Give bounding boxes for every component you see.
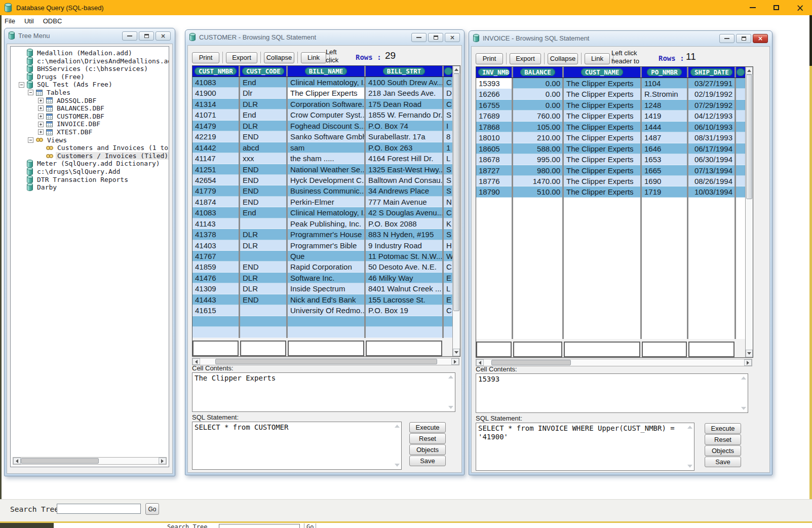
table-cell[interactable]: 41859 <box>192 261 240 272</box>
table-cell[interactable]: University Of Redmo... <box>288 305 366 316</box>
table-cell[interactable] <box>736 122 745 132</box>
table-cell[interactable]: END <box>240 261 288 272</box>
table-cell[interactable]: 41147 <box>192 153 240 164</box>
table-cell[interactable]: Programmer's House <box>288 229 366 240</box>
customer-window-titlebar[interactable]: CUSTOMER - Browsing SQL Statement × <box>185 30 464 45</box>
invoice-window-titlebar[interactable]: INVOICE - Browsing SQL Statement × <box>469 31 772 46</box>
column-header-pill[interactable] <box>444 67 452 75</box>
table-cell[interactable]: K <box>444 218 452 229</box>
column-header-pill[interactable] <box>737 68 745 76</box>
execute-button[interactable]: Execute <box>705 423 741 434</box>
table-row[interactable]: 41147xxxthe sham .....4164 Forest Hill D… <box>192 153 452 164</box>
table-cell[interactable]: 16266 <box>476 89 513 99</box>
table-cell[interactable]: DLR <box>240 273 288 283</box>
table-cell[interactable]: 41251 <box>192 164 240 175</box>
table-cell[interactable]: The Clipper Experts <box>564 89 642 99</box>
table-cell[interactable]: 9 Industry Road <box>366 240 444 251</box>
table-cell[interactable]: Software Inc. <box>288 273 366 283</box>
table-cell[interactable]: Hyck Development C... <box>288 175 366 185</box>
table-cell[interactable] <box>736 89 745 99</box>
cell-contents-box[interactable]: The Clipper Experts <box>192 372 455 412</box>
table-cell[interactable]: 34 Andrews Place <box>366 185 444 196</box>
table-cell[interactable]: END <box>240 131 288 142</box>
objects-button[interactable]: Objects <box>705 445 741 456</box>
table-row[interactable]: 41251ENDNational Weather Se...1325 East-… <box>192 164 452 175</box>
menu-util[interactable]: Util <box>20 16 38 26</box>
table-cell[interactable]: The Clipper Experts <box>564 110 642 121</box>
table-cell[interactable]: 11 Potomac St. N.W.... <box>366 251 444 261</box>
table-cell[interactable]: Rapid Corporation <box>288 261 366 272</box>
table-cell[interactable]: 4164 Forest Hill Dr. <box>366 153 444 164</box>
table-cell[interactable]: Peak Publishing, Inc. <box>288 218 366 229</box>
table-cell[interactable]: 50 Desoto Ave. N.E. <box>366 261 444 272</box>
table-cell[interactable]: 03/27/1991 <box>688 78 736 89</box>
plus-expander-icon[interactable] <box>38 122 44 127</box>
empty-entry-cell[interactable] <box>288 341 364 356</box>
table-cell[interactable]: 41442 <box>192 142 240 153</box>
table-cell[interactable]: 41779 <box>192 185 240 196</box>
save-button[interactable]: Save <box>409 456 446 466</box>
table-cell[interactable]: 41403 <box>192 240 240 251</box>
table-cell[interactable]: 41143 <box>192 218 240 229</box>
table-cell[interactable]: 8 <box>444 131 452 142</box>
table-row[interactable]: 167550.00The Clipper Experts124807/29/19… <box>476 100 745 110</box>
table-cell[interactable]: END <box>240 294 288 305</box>
column-header-pill[interactable]: CUST_NAME <box>581 68 624 76</box>
table-cell[interactable]: Surabellastr. 17a <box>366 131 444 142</box>
search-go-button[interactable]: Go <box>145 503 159 515</box>
scroll-up-icon[interactable] <box>395 425 400 428</box>
table-cell[interactable]: END <box>240 164 288 175</box>
table-cell[interactable]: Clinical Hematology, I... <box>288 77 366 88</box>
scroll-up-icon[interactable] <box>741 376 746 380</box>
save-button[interactable]: Save <box>705 457 741 467</box>
table-cell[interactable]: 17868 <box>476 122 513 132</box>
table-cell[interactable]: The Clipper Experts <box>564 165 642 176</box>
table-cell[interactable]: 1690 <box>642 176 688 186</box>
table-cell[interactable]: 41083 <box>192 77 240 88</box>
print-button[interactable]: Print <box>476 53 503 64</box>
table-cell[interactable]: Business Communic... <box>288 185 366 196</box>
table-cell[interactable]: The Clipper Experts <box>564 122 642 132</box>
empty-entry-cell[interactable] <box>642 342 687 357</box>
table-cell[interactable]: 883 N Hyden, #195 <box>366 229 444 240</box>
sql-statement-box[interactable]: SELECT * from CUSTOMER <box>192 422 402 470</box>
table-cell[interactable]: 1444 <box>642 122 688 132</box>
table-row[interactable]: 18678995.00The Clipper Experts165306/30/… <box>476 154 745 165</box>
export-button[interactable]: Export <box>226 52 257 63</box>
empty-entry-cell[interactable] <box>192 341 239 356</box>
table-cell[interactable]: 41314 <box>192 99 240 109</box>
table-cell[interactable]: Inside Spectrum <box>288 283 366 294</box>
table-cell[interactable]: 02/19/1992 <box>688 89 736 99</box>
table-row[interactable]: 42654ENDHyck Development C...Balltown An… <box>192 175 452 185</box>
table-row[interactable]: 41071EndCrow Computer Syst...1855 W. Fer… <box>192 109 452 120</box>
scroll-up-arrow[interactable] <box>746 67 753 74</box>
column-header-pill[interactable]: CUST_CODE <box>242 67 284 75</box>
table-cell[interactable]: END <box>240 185 288 196</box>
column-header[interactable]: BALANCE <box>513 67 564 78</box>
table-cell[interactable]: L <box>444 153 452 164</box>
column-header-pill[interactable]: INV_NMBR <box>478 68 510 76</box>
table-cell[interactable]: 06/17/1994 <box>688 143 736 154</box>
table-cell[interactable]: 17689 <box>476 110 513 121</box>
collapse-button[interactable]: Collapse <box>264 52 294 63</box>
table-cell[interactable]: 10/03/1994 <box>688 186 736 197</box>
column-header-sliver[interactable] <box>736 67 745 78</box>
collapse-button[interactable]: Collapse <box>548 53 578 64</box>
table-cell[interactable]: C <box>444 261 452 272</box>
table-cell[interactable] <box>240 305 288 316</box>
table-cell[interactable]: 18010 <box>476 132 513 143</box>
table-cell[interactable] <box>736 100 745 110</box>
table-cell[interactable]: The Clipper Experts <box>564 176 642 186</box>
column-header-pill[interactable]: BALANCE <box>520 68 555 76</box>
scroll-down-arrow[interactable] <box>746 350 753 357</box>
table-cell[interactable]: 155 Lacrosse St. <box>366 294 444 305</box>
table-row[interactable]: 17689760.00The Clipper Experts141904/12/… <box>476 110 745 121</box>
table-row[interactable]: 41309DLRInside Spectrum8401 Walnut Creek… <box>192 283 452 294</box>
table-cell[interactable]: The Clipper Experts <box>564 186 642 197</box>
scroll-up-icon[interactable] <box>687 426 692 429</box>
table-cell[interactable]: 0.00 <box>513 78 564 89</box>
scroll-thumb[interactable] <box>746 74 752 199</box>
table-cell[interactable]: 07/13/1994 <box>688 165 736 176</box>
minus-expander-icon[interactable] <box>28 137 33 143</box>
table-cell[interactable]: END <box>240 197 288 207</box>
